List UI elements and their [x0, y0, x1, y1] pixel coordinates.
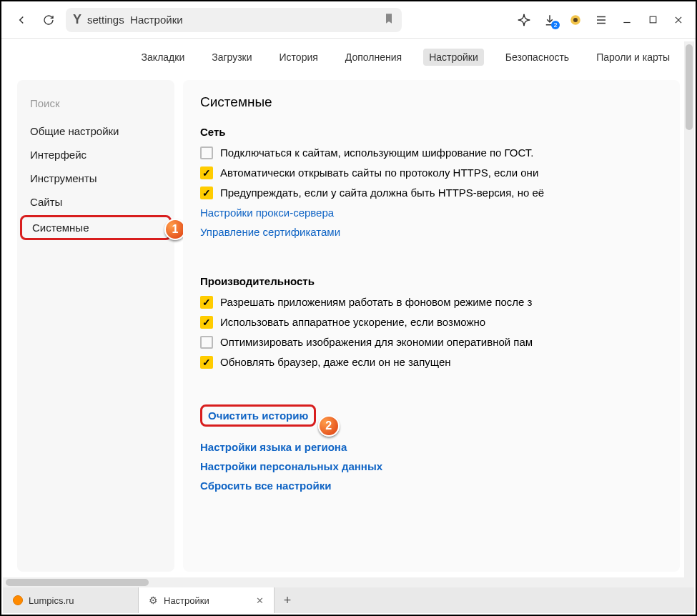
yandex-logo-icon: Y [73, 12, 81, 27]
svg-point-1 [573, 18, 578, 22]
extension-icon[interactable] [568, 13, 583, 27]
sidebar-item-tools[interactable]: Инструменты [17, 167, 174, 190]
section-network-title: Сеть [200, 126, 663, 138]
minimize-button[interactable] [620, 13, 634, 27]
sidebar-item-interface[interactable]: Интерфейс [17, 143, 174, 167]
new-tab-button[interactable]: + [275, 587, 300, 613]
close-button[interactable] [671, 13, 686, 27]
tab-close-icon[interactable]: ✕ [256, 595, 264, 606]
downloads-icon[interactable]: 2 [543, 13, 557, 27]
address-bar[interactable]: Y [66, 8, 402, 32]
sidebar-item-system[interactable]: Системные [20, 215, 172, 240]
tab-strip: Lumpics.ru ⚙ Настройки ✕ + [3, 587, 694, 613]
checkbox-icon[interactable] [200, 167, 213, 179]
favicon-icon [13, 595, 23, 605]
link-language-region[interactable]: Настройки языка и региона [200, 441, 663, 453]
main-area: Поиск Общие настройки Интерфейс Инструме… [1, 73, 696, 579]
checkbox-label: Оптимизировать изображения для экономии … [220, 336, 533, 348]
checkbox-icon[interactable] [200, 146, 213, 159]
link-clear-history[interactable]: Очистить историю [200, 404, 316, 427]
settings-content: Системные Сеть Подключаться к сайтам, ис… [183, 80, 680, 572]
link-personal-data[interactable]: Настройки персональных данных [200, 460, 663, 472]
sidebar-search[interactable]: Поиск [17, 90, 174, 119]
sidebar-item-sites[interactable]: Сайты [17, 190, 174, 214]
link-reset-settings[interactable]: Сбросить все настройки [200, 480, 663, 492]
checkbox-icon[interactable] [200, 316, 213, 329]
checkbox-label: Предупреждать, если у сайта должна быть … [220, 187, 544, 199]
tab-label: Настройки [164, 595, 209, 606]
page-title: Системные [200, 94, 663, 110]
horizontal-scrollbar[interactable] [3, 577, 694, 587]
checkbox-background-apps[interactable]: Разрешать приложениям работать в фоновом… [200, 296, 663, 309]
svg-rect-2 [650, 16, 656, 23]
zen-icon[interactable] [517, 13, 531, 27]
nav-extensions[interactable]: Дополнения [340, 49, 407, 66]
reload-button[interactable] [39, 10, 59, 30]
address-input[interactable] [87, 14, 377, 26]
link-certificates[interactable]: Управление сертификатами [200, 226, 663, 238]
nav-passwords[interactable]: Пароли и карты [590, 49, 676, 66]
tab-lumpics[interactable]: Lumpics.ru [3, 587, 139, 613]
checkbox-optimize-images[interactable]: Оптимизировать изображения для экономии … [200, 336, 663, 349]
nav-bookmarks[interactable]: Закладки [136, 49, 191, 66]
checkbox-update-bg[interactable]: Обновлять браузер, даже если он не запущ… [200, 356, 663, 369]
bookmark-icon[interactable] [383, 13, 395, 27]
nav-security[interactable]: Безопасность [500, 49, 575, 66]
nav-history[interactable]: История [274, 49, 324, 66]
gear-icon: ⚙ [149, 595, 158, 606]
browser-toolbar: Y 2 [1, 1, 696, 39]
checkbox-label: Автоматически открывать сайты по протоко… [220, 167, 538, 179]
downloads-badge: 2 [551, 21, 560, 29]
checkbox-icon[interactable] [200, 187, 213, 199]
checkbox-label: Обновлять браузер, даже если он не запущ… [220, 356, 451, 368]
vertical-scrollbar[interactable] [684, 41, 694, 577]
link-proxy-settings[interactable]: Настройки прокси-сервера [200, 207, 663, 219]
nav-settings[interactable]: Настройки [423, 49, 484, 66]
checkbox-https-warn[interactable]: Предупреждать, если у сайта должна быть … [200, 187, 663, 199]
settings-sidebar: Поиск Общие настройки Интерфейс Инструме… [17, 80, 174, 572]
tab-label: Lumpics.ru [29, 595, 74, 606]
checkbox-label: Разрешать приложениям работать в фоновом… [220, 296, 533, 308]
checkbox-icon[interactable] [200, 336, 213, 349]
tab-settings[interactable]: ⚙ Настройки ✕ [139, 587, 275, 613]
checkbox-label: Подключаться к сайтам, использующим шифр… [220, 146, 533, 159]
sidebar-item-general[interactable]: Общие настройки [17, 119, 174, 143]
menu-icon[interactable] [594, 13, 608, 27]
checkbox-https-auto[interactable]: Автоматически открывать сайты по протоко… [200, 167, 663, 179]
checkbox-hw-accel[interactable]: Использовать аппаратное ускорение, если … [200, 316, 663, 329]
settings-nav: Закладки Загрузки История Дополнения Нас… [1, 39, 696, 73]
maximize-button[interactable] [646, 13, 660, 27]
checkbox-gost[interactable]: Подключаться к сайтам, использующим шифр… [200, 146, 663, 159]
checkbox-icon[interactable] [200, 356, 213, 369]
section-performance-title: Производительность [200, 275, 663, 287]
scrollbar-thumb[interactable] [6, 579, 149, 586]
back-button[interactable] [11, 10, 31, 30]
scrollbar-thumb[interactable] [686, 44, 693, 130]
marker-2: 2 [318, 415, 340, 437]
checkbox-label: Использовать аппаратное ускорение, если … [220, 316, 485, 328]
nav-downloads[interactable]: Загрузки [206, 49, 257, 66]
checkbox-icon[interactable] [200, 296, 213, 309]
